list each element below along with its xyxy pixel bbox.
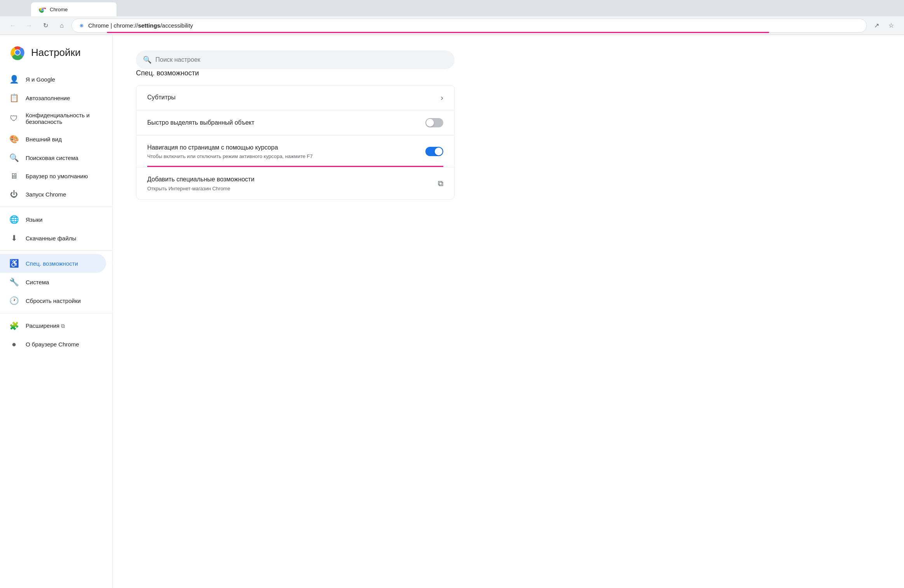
- sidebar-item-languages[interactable]: 🌐Языки: [0, 210, 106, 229]
- browser-chrome: Chrome ← → ↻ ⌂ Chrome | chrome://setting…: [0, 0, 904, 35]
- row-label-highlight: Быстро выделять выбранный объект: [147, 118, 418, 127]
- section-title: Спец. возможности: [136, 69, 881, 77]
- share-button[interactable]: ↗: [870, 19, 883, 32]
- sidebar-label-default-browser: Браузер по умолчанию: [26, 173, 88, 179]
- row-control-subtitles[interactable]: ›: [441, 93, 443, 102]
- search-icon: 🔍: [143, 56, 152, 64]
- search-bar-container: 🔍: [136, 50, 455, 69]
- sidebar-label-privacy: Конфиденциальность и безопасность: [26, 112, 97, 125]
- sidebar-label-system: Система: [26, 279, 49, 285]
- sidebar-item-autofill[interactable]: 📋Автозаполнение: [0, 89, 106, 107]
- sidebar-item-privacy[interactable]: 🛡Конфиденциальность и безопасность: [0, 107, 106, 130]
- sidebar-label-accessibility: Спец. возможности: [26, 260, 78, 267]
- sidebar-divider: [0, 251, 112, 251]
- tab-favicon: [39, 6, 46, 13]
- sidebar-divider: [0, 207, 112, 207]
- sidebar-icon-search: 🔍: [9, 153, 19, 162]
- url-text: chrome://settings/accessibility: [114, 22, 193, 29]
- sidebar-icon-autofill: 📋: [9, 93, 19, 103]
- settings-row-subtitles[interactable]: Субтитры›: [136, 85, 454, 110]
- sidebar-icon-downloads: ⬇: [9, 233, 19, 243]
- main-content: 🔍 Спец. возможности Субтитры›Быстро выде…: [113, 35, 904, 588]
- row-text-subtitles: Субтитры: [147, 93, 433, 102]
- sidebar-icon-reset: 🕐: [9, 296, 19, 305]
- bookmark-button[interactable]: ☆: [885, 19, 898, 32]
- sidebar-nav: 👤Я и Google📋Автозаполнение🛡Конфиденциаль…: [0, 70, 112, 353]
- row-sublabel-caret-browsing: Чтобы включить или отключить режим актив…: [147, 153, 418, 159]
- sidebar-icon-about: ●: [9, 340, 19, 349]
- sidebar-item-about[interactable]: ●О браузере Chrome: [0, 335, 106, 353]
- site-security-icon: [78, 22, 85, 29]
- row-label-add-accessibility: Добавить специальные возможности: [147, 175, 430, 184]
- nav-actions: ↗ ☆: [870, 19, 898, 32]
- settings-page-title: Настройки: [31, 47, 81, 59]
- row-sublabel-add-accessibility: Открыть Интернет-магазин Chrome: [147, 186, 430, 191]
- settings-row-add-accessibility[interactable]: Добавить специальные возможностиОткрыть …: [136, 167, 454, 199]
- sidebar-label-appearance: Внешний вид: [26, 136, 62, 143]
- svg-point-3: [42, 9, 43, 10]
- chrome-logo: [9, 44, 26, 61]
- tab-label: Chrome: [50, 7, 68, 12]
- sidebar-label-downloads: Скачанные файлы: [26, 235, 76, 242]
- refresh-button[interactable]: ↻: [39, 19, 52, 32]
- toggle-thumb: [426, 119, 434, 127]
- sidebar-item-extensions[interactable]: 🧩Расширения⧉: [0, 317, 106, 335]
- sidebar-label-autofill: Автозаполнение: [26, 95, 70, 101]
- svg-point-7: [81, 24, 82, 26]
- row-text-caret-browsing: Навигация по страницам с помощью курсора…: [147, 143, 418, 159]
- sidebar-item-reset[interactable]: 🕐Сбросить настройки: [0, 291, 106, 310]
- open-external-icon: ⧉: [438, 179, 443, 188]
- sidebar-item-default-browser[interactable]: 🖥Браузер по умолчанию: [0, 167, 106, 185]
- address-text: Chrome | chrome://settings/accessibility: [88, 22, 193, 29]
- sidebar-label-extensions: Расширения⧉: [26, 322, 65, 329]
- row-label-subtitles: Субтитры: [147, 93, 433, 102]
- sidebar-item-system[interactable]: 🔧Система: [0, 273, 106, 291]
- sidebar-item-downloads[interactable]: ⬇Скачанные файлы: [0, 229, 106, 247]
- home-button[interactable]: ⌂: [55, 19, 68, 32]
- search-input[interactable]: [136, 50, 455, 69]
- svg-point-14: [15, 50, 20, 55]
- sidebar-icon-appearance: 🎨: [9, 134, 19, 144]
- sidebar-label-reset: Сбросить настройки: [26, 297, 81, 304]
- sidebar-label-about: О браузере Chrome: [26, 341, 79, 348]
- settings-row-caret-browsing[interactable]: Навигация по страницам с помощью курсора…: [136, 136, 454, 167]
- active-tab[interactable]: Chrome: [31, 2, 117, 16]
- settings-row-highlight[interactable]: Быстро выделять выбранный объект: [136, 110, 454, 136]
- row-control-add-accessibility[interactable]: ⧉: [438, 179, 443, 188]
- sidebar-icon-account: 👤: [9, 75, 19, 84]
- sidebar-icon-default-browser: 🖥: [9, 172, 19, 181]
- accessibility-settings-card: Субтитры›Быстро выделять выбранный объек…: [136, 85, 455, 200]
- forward-button[interactable]: →: [23, 19, 36, 32]
- sidebar-label-languages: Языки: [26, 216, 42, 223]
- sidebar: Настройки 👤Я и Google📋Автозаполнение🛡Кон…: [0, 35, 113, 588]
- sidebar-item-account[interactable]: 👤Я и Google: [0, 70, 106, 89]
- sidebar-header: Настройки: [0, 41, 112, 70]
- toggle-caret-browsing[interactable]: [425, 147, 443, 156]
- page-layout: Настройки 👤Я и Google📋Автозаполнение🛡Кон…: [0, 35, 904, 588]
- row-control-highlight[interactable]: [425, 118, 443, 127]
- toggle-thumb: [435, 148, 442, 155]
- sidebar-item-search[interactable]: 🔍Поисковая система: [0, 148, 106, 167]
- row-control-caret-browsing[interactable]: [425, 147, 443, 156]
- chevron-right-icon: ›: [441, 93, 443, 102]
- sidebar-icon-extensions: 🧩: [9, 321, 19, 331]
- sidebar-icon-startup: ⏻: [9, 190, 19, 199]
- toggle-highlight[interactable]: [425, 118, 443, 127]
- sidebar-item-startup[interactable]: ⏻Запуск Chrome: [0, 185, 106, 204]
- sidebar-label-startup: Запуск Chrome: [26, 191, 66, 198]
- sidebar-item-accessibility[interactable]: ♿Спец. возможности: [0, 254, 106, 273]
- nav-bar: ← → ↻ ⌂ Chrome | chrome://settings/acces…: [0, 16, 904, 35]
- sidebar-item-appearance[interactable]: 🎨Внешний вид: [0, 130, 106, 148]
- sidebar-icon-system: 🔧: [9, 277, 19, 287]
- row-text-add-accessibility: Добавить специальные возможностиОткрыть …: [147, 175, 430, 191]
- back-button[interactable]: ←: [6, 19, 19, 32]
- sidebar-icon-languages: 🌐: [9, 215, 19, 224]
- sidebar-icon-privacy: 🛡: [9, 114, 19, 123]
- tab-bar: Chrome: [0, 0, 904, 16]
- chrome-brand-text: Chrome: [88, 22, 109, 29]
- address-bar[interactable]: Chrome | chrome://settings/accessibility: [71, 19, 867, 33]
- sidebar-icon-accessibility: ♿: [9, 259, 19, 268]
- sidebar-label-search: Поисковая система: [26, 155, 78, 161]
- external-link-icon: ⧉: [61, 323, 65, 329]
- row-text-highlight: Быстро выделять выбранный объект: [147, 118, 418, 127]
